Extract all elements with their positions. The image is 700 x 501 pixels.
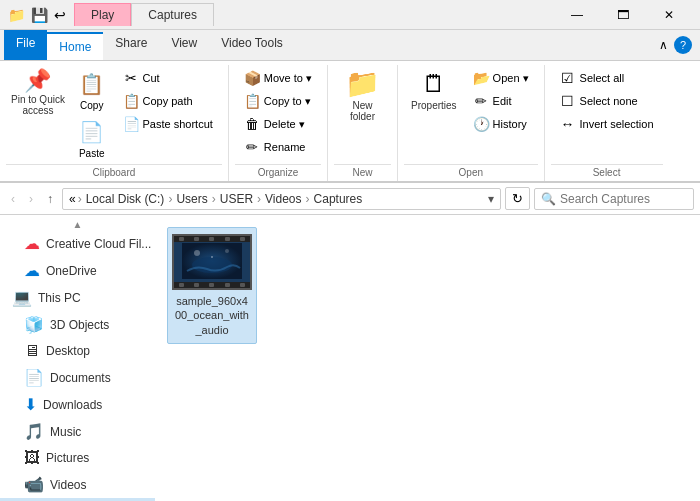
ribbon-group-new: 📁 Newfolder New [328, 65, 398, 181]
edit-icon: ✏ [473, 93, 489, 109]
address-path[interactable]: « › Local Disk (C:) › Users › USER › Vid… [62, 188, 501, 210]
sidebar-item-3d-objects[interactable]: 🧊 3D Objects [0, 311, 155, 338]
open-button[interactable]: 📂 Open ▾ [468, 67, 534, 89]
clipboard-content: 📌 Pin to Quickaccess 📋 Copy 📄 Paste ✂ Cu… [6, 65, 222, 164]
path-local-disk[interactable]: Local Disk (C:) [84, 192, 167, 206]
title-tab-captures[interactable]: Captures [131, 3, 214, 26]
file-name: sample_960x400_ocean_with_audio [174, 294, 250, 337]
file-area[interactable]: sample_960x400_ocean_with_audio [155, 215, 700, 501]
select-group-label: Select [551, 164, 663, 181]
forward-button[interactable]: › [24, 189, 38, 209]
creative-cloud-icon: ☁ [24, 234, 40, 253]
close-button[interactable]: ✕ [646, 0, 692, 30]
select-all-label: Select all [580, 72, 625, 84]
music-label: Music [50, 425, 81, 439]
creative-cloud-label: Creative Cloud Fil... [46, 237, 151, 251]
sidebar-item-onedrive[interactable]: ☁ OneDrive [0, 257, 155, 284]
tab-file[interactable]: File [4, 30, 47, 60]
cut-button[interactable]: ✂ Cut [118, 67, 218, 89]
minimize-button[interactable]: — [554, 0, 600, 30]
select-small-group: ☑ Select all ☐ Select none ↔ Invert sele… [551, 65, 663, 137]
select-all-button[interactable]: ☑ Select all [555, 67, 659, 89]
sidebar-item-documents[interactable]: 📄 Documents [0, 364, 155, 391]
back-button[interactable]: ‹ [6, 189, 20, 209]
sidebar-item-desktop[interactable]: 🖥 Desktop [0, 338, 155, 364]
select-none-button[interactable]: ☐ Select none [555, 90, 659, 112]
scroll-up-button[interactable]: ▲ [0, 219, 155, 230]
ribbon: 📌 Pin to Quickaccess 📋 Copy 📄 Paste ✂ Cu… [0, 61, 700, 183]
path-users[interactable]: Users [174, 192, 209, 206]
organize-group-label: Organize [235, 164, 321, 181]
new-folder-label: Newfolder [350, 100, 375, 122]
copy-button[interactable]: 📋 Copy [72, 67, 112, 116]
sidebar-item-this-pc[interactable]: 💻 This PC [0, 284, 155, 311]
copy-to-button[interactable]: 📋 Copy to ▾ [239, 90, 317, 112]
copy-to-label: Copy to ▾ [264, 95, 311, 108]
properties-button[interactable]: 🗒 Properties [404, 65, 464, 116]
ribbon-collapse-icon[interactable]: ∧ [659, 38, 668, 52]
sidebar-item-music[interactable]: 🎵 Music [0, 418, 155, 445]
properties-label: Properties [411, 100, 457, 111]
path-user[interactable]: USER [218, 192, 255, 206]
pin-label: Pin to Quickaccess [11, 94, 65, 116]
move-to-button[interactable]: 📦 Move to ▾ [239, 67, 317, 89]
3d-objects-icon: 🧊 [24, 315, 44, 334]
rename-label: Rename [264, 141, 306, 153]
move-to-label: Move to ▾ [264, 72, 312, 85]
open-content: 🗒 Properties 📂 Open ▾ ✏ Edit 🕐 History [404, 65, 538, 164]
copy-path-button[interactable]: 📋 Copy path [118, 90, 218, 112]
film-hole [179, 237, 184, 241]
tab-view[interactable]: View [159, 30, 209, 60]
ribbon-group-open: 🗒 Properties 📂 Open ▾ ✏ Edit 🕐 History O… [398, 65, 545, 181]
properties-icon: 🗒 [422, 70, 446, 98]
path-captures[interactable]: Captures [312, 192, 365, 206]
file-thumbnail [172, 234, 252, 290]
copy-label: Copy [80, 100, 103, 111]
pin-quick-access-button[interactable]: 📌 Pin to Quickaccess [6, 65, 70, 121]
invert-selection-icon: ↔ [560, 116, 576, 132]
help-icon[interactable]: ? [674, 36, 692, 54]
delete-button[interactable]: 🗑 Delete ▾ [239, 113, 317, 135]
tab-share[interactable]: Share [103, 30, 159, 60]
path-videos[interactable]: Videos [263, 192, 303, 206]
rename-icon: ✏ [244, 139, 260, 155]
delete-icon: 🗑 [244, 116, 260, 132]
path-dropdown-icon[interactable]: ▾ [488, 192, 494, 206]
new-folder-button[interactable]: 📁 Newfolder [334, 65, 391, 127]
svg-point-4 [211, 256, 213, 258]
sidebar-item-creative-cloud[interactable]: ☁ Creative Cloud Fil... [0, 230, 155, 257]
paste-icon: 📄 [79, 120, 104, 144]
music-icon: 🎵 [24, 422, 44, 441]
paste-shortcut-button[interactable]: 📄 Paste shortcut [118, 113, 218, 135]
title-tab-play[interactable]: Play [74, 3, 131, 26]
video-preview [182, 243, 242, 282]
copy-icon: 📋 [79, 72, 104, 96]
film-strip-top [174, 236, 250, 242]
sidebar-item-videos[interactable]: 📹 Videos [0, 471, 155, 498]
maximize-button[interactable]: 🗖 [600, 0, 646, 30]
sidebar-item-pictures[interactable]: 🖼 Pictures [0, 445, 155, 471]
3d-objects-label: 3D Objects [50, 318, 109, 332]
open-small-group: 📂 Open ▾ ✏ Edit 🕐 History [464, 65, 538, 137]
sidebar-item-downloads[interactable]: ⬇ Downloads [0, 391, 155, 418]
videos-label: Videos [50, 478, 86, 492]
search-input[interactable] [560, 192, 687, 206]
onedrive-icon: ☁ [24, 261, 40, 280]
history-icon: 🕐 [473, 116, 489, 132]
history-button[interactable]: 🕐 History [468, 113, 534, 135]
new-folder-icon: 📁 [345, 70, 380, 98]
file-item-sample-video[interactable]: sample_960x400_ocean_with_audio [167, 227, 257, 344]
main-content: ▲ ☁ Creative Cloud Fil... ☁ OneDrive 💻 T… [0, 215, 700, 501]
new-content: 📁 Newfolder [334, 65, 391, 164]
invert-selection-button[interactable]: ↔ Invert selection [555, 113, 659, 135]
edit-button[interactable]: ✏ Edit [468, 90, 534, 112]
delete-label: Delete ▾ [264, 118, 305, 131]
onedrive-label: OneDrive [46, 264, 97, 278]
cut-label: Cut [143, 72, 160, 84]
rename-button[interactable]: ✏ Rename [239, 136, 317, 158]
tab-video-tools[interactable]: Video Tools [209, 30, 295, 60]
paste-button[interactable]: 📄 Paste [72, 117, 112, 162]
refresh-button[interactable]: ↻ [505, 187, 530, 210]
tab-home[interactable]: Home [47, 32, 103, 60]
up-button[interactable]: ↑ [42, 189, 58, 209]
